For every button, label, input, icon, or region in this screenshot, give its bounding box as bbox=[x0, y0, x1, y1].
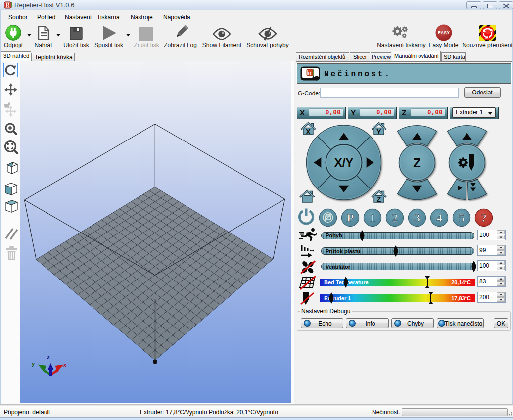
svg-text:X/Y: X/Y bbox=[334, 156, 354, 169]
svg-text:Z: Z bbox=[377, 195, 381, 203]
svg-text:3: 3 bbox=[414, 211, 420, 224]
svg-text:1: 1 bbox=[370, 211, 375, 224]
svg-text:Z: Z bbox=[413, 155, 421, 170]
svg-text:x: x bbox=[63, 362, 67, 368]
svg-text:2: 2 bbox=[392, 211, 398, 224]
svg-text:y: y bbox=[32, 361, 35, 367]
svg-text:X: X bbox=[306, 128, 311, 136]
svg-text:4: 4 bbox=[436, 211, 442, 224]
svg-text:?: ? bbox=[481, 211, 487, 224]
svg-text:P: P bbox=[347, 211, 354, 224]
svg-text:z: z bbox=[47, 354, 50, 361]
svg-text:EASY: EASY bbox=[438, 30, 450, 35]
svg-text:R: R bbox=[6, 2, 10, 8]
svg-text:R: R bbox=[308, 71, 312, 76]
svg-text:Y: Y bbox=[376, 128, 381, 136]
svg-text:5: 5 bbox=[459, 211, 465, 224]
